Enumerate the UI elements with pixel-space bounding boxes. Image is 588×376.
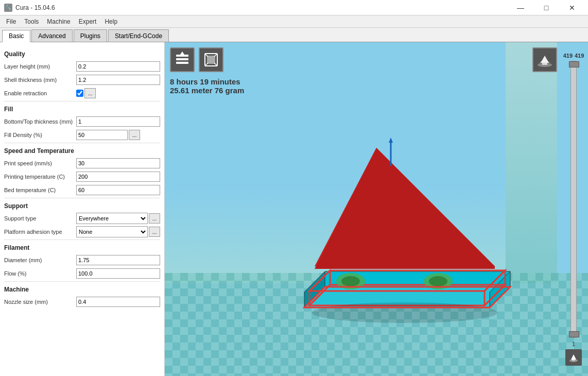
close-button[interactable]: ✕ xyxy=(560,0,584,15)
platform-adhesion-ellipsis-btn[interactable]: ... xyxy=(149,227,160,237)
enable-retraction-row: Enable retraction ... xyxy=(4,88,160,99)
fill-header: Fill xyxy=(4,106,160,113)
machine-header: Machine xyxy=(4,286,160,293)
platform-adhesion-label: Platform adhesion type xyxy=(4,229,76,235)
diameter-row: Diameter (mm) xyxy=(4,254,160,266)
enable-retraction-label: Enable retraction xyxy=(4,90,76,96)
flow-input[interactable] xyxy=(76,268,160,279)
solid-view-btn[interactable] xyxy=(199,47,223,72)
title-bar: 🔧 Cura - 15.04.6 — □ ✕ xyxy=(0,0,588,15)
layer-slider-thumb-top[interactable] xyxy=(569,61,579,67)
support-type-label: Support type xyxy=(4,215,76,221)
print-time: 8 hours 19 minutes xyxy=(170,77,244,86)
support-type-row: Support type None Everywhere Touching bu… xyxy=(4,213,160,224)
layer-top-label2: 419 xyxy=(575,53,584,59)
layer-bottom-icon[interactable] xyxy=(565,349,582,366)
svg-rect-11 xyxy=(542,63,547,65)
diameter-input[interactable] xyxy=(76,255,160,265)
title-bar-left: 🔧 Cura - 15.04.6 xyxy=(4,4,55,12)
tab-plugins[interactable]: Plugins xyxy=(74,29,107,42)
print-speed-label: Print speed (mm/s) xyxy=(4,160,76,166)
print-material: 25.61 meter 76 gram xyxy=(170,86,244,95)
app-icon: 🔧 xyxy=(4,4,12,12)
support-header: Support xyxy=(4,202,160,210)
svg-marker-3 xyxy=(180,52,184,55)
nozzle-size-row: Nozzle size (mm) xyxy=(4,296,160,307)
filament-header: Filament xyxy=(4,244,160,251)
bottom-top-thickness-input[interactable] xyxy=(76,116,160,127)
printing-temp-input[interactable] xyxy=(76,172,160,182)
bottom-top-thickness-row: Bottom/Top thickness (mm) xyxy=(4,116,160,127)
print-speed-row: Print speed (mm/s) xyxy=(4,158,160,169)
fill-density-row: Fill Density (%) ... xyxy=(4,129,160,141)
svg-rect-31 xyxy=(572,360,575,361)
title-bar-controls: — □ ✕ xyxy=(509,0,584,15)
layer-height-label: Layer height (mm) xyxy=(4,63,76,70)
maximize-button[interactable]: □ xyxy=(534,0,558,15)
svg-rect-5 xyxy=(207,56,215,64)
3d-viewport[interactable]: 8 hours 19 minutes 25.61 meter 76 gram xyxy=(165,42,588,376)
layer-slider-thumb-bottom[interactable] xyxy=(569,331,579,337)
printing-temp-label: Printing temperature (C) xyxy=(4,174,76,180)
svg-marker-25 xyxy=(315,148,495,269)
nozzle-size-label: Nozzle size (mm) xyxy=(4,299,76,305)
layer-bottom-label: 1 xyxy=(572,341,575,347)
layer-slider-track[interactable] xyxy=(570,61,577,338)
platform-adhesion-select[interactable]: None Brim Raft xyxy=(76,226,148,237)
menu-help[interactable]: Help xyxy=(100,16,122,27)
bed-temp-row: Bed temperature (C) xyxy=(4,184,160,196)
tab-basic[interactable]: Basic xyxy=(2,30,30,42)
svg-rect-0 xyxy=(176,62,188,64)
menu-expert[interactable]: Expert xyxy=(75,16,101,27)
layer-height-row: Layer height (mm) xyxy=(4,61,160,72)
quality-header: Quality xyxy=(4,50,160,58)
layer-view-btn[interactable] xyxy=(170,47,195,72)
menu-tools[interactable]: Tools xyxy=(20,16,43,27)
shell-thickness-label: Shell thickness (mm) xyxy=(4,77,76,83)
support-type-ellipsis-btn[interactable]: ... xyxy=(149,213,160,224)
layer-slider-container: 419 419 1 xyxy=(563,53,584,366)
svg-rect-1 xyxy=(176,58,188,60)
menu-file[interactable]: File xyxy=(2,16,20,27)
tabs-bar: Basic Advanced Plugins Start/End-GCode xyxy=(0,28,588,42)
minimize-button[interactable]: — xyxy=(509,0,532,15)
svg-point-28 xyxy=(312,302,497,323)
fill-density-ellipsis-btn[interactable]: ... xyxy=(129,130,140,140)
print-info: 8 hours 19 minutes 25.61 meter 76 gram xyxy=(170,77,244,95)
nozzle-size-input[interactable] xyxy=(76,297,160,307)
retraction-ellipsis-btn[interactable]: ... xyxy=(84,88,96,98)
speed-temp-header: Speed and Temperature xyxy=(4,147,160,155)
enable-retraction-checkbox[interactable] xyxy=(76,90,83,97)
menu-bar: File Tools Machine Expert Help xyxy=(0,15,588,28)
flow-label: Flow (%) xyxy=(4,270,76,277)
printing-temp-row: Printing temperature (C) xyxy=(4,171,160,182)
bottom-top-thickness-label: Bottom/Top thickness (mm) xyxy=(4,118,76,125)
svg-marker-27 xyxy=(389,138,393,143)
tab-start-end-gcode[interactable]: Start/End-GCode xyxy=(108,29,169,42)
bed-temp-input[interactable] xyxy=(76,185,160,195)
tab-advanced[interactable]: Advanced xyxy=(31,29,72,42)
settings-panel: Quality Layer height (mm) Shell thicknes… xyxy=(0,42,165,376)
main-layout: Quality Layer height (mm) Shell thicknes… xyxy=(0,42,588,376)
svg-point-21 xyxy=(341,276,360,286)
svg-rect-2 xyxy=(176,55,188,57)
platform-adhesion-row: Platform adhesion type None Brim Raft ..… xyxy=(4,226,160,237)
fill-density-input[interactable] xyxy=(76,130,128,140)
viewport-toolbar xyxy=(170,47,223,72)
menu-machine[interactable]: Machine xyxy=(43,16,74,27)
diameter-label: Diameter (mm) xyxy=(4,257,76,263)
print-speed-input[interactable] xyxy=(76,158,160,168)
bed-temp-label: Bed temperature (C) xyxy=(4,187,76,193)
support-type-select[interactable]: None Everywhere Touching buildplate xyxy=(76,213,148,224)
fill-density-label: Fill Density (%) xyxy=(4,132,76,138)
3d-object xyxy=(273,138,531,335)
window-title: Cura - 15.04.6 xyxy=(15,4,55,11)
corner-icon[interactable] xyxy=(532,47,557,72)
shell-thickness-row: Shell thickness (mm) xyxy=(4,74,160,86)
flow-row: Flow (%) xyxy=(4,268,160,279)
layer-top-label1: 419 xyxy=(563,53,573,59)
layer-height-input[interactable] xyxy=(76,61,160,72)
shell-thickness-input[interactable] xyxy=(76,75,160,85)
svg-point-23 xyxy=(429,276,447,286)
